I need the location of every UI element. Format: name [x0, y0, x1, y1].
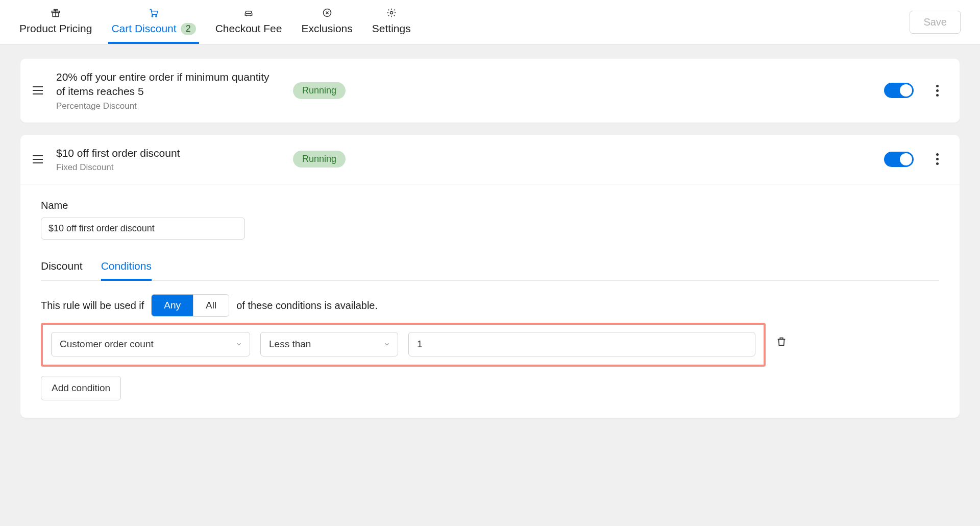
- tab-cart-discount[interactable]: Cart Discount 2: [111, 0, 195, 44]
- rule-header: 20% off your entire order if minimum qua…: [20, 59, 960, 123]
- match-mode-group: Any All: [151, 294, 229, 317]
- rule-toggle[interactable]: [884, 152, 914, 167]
- chevron-down-icon: [235, 341, 242, 348]
- sentence-pre: This rule will be used if: [41, 300, 144, 312]
- match-all-button[interactable]: All: [193, 295, 229, 316]
- tab-label: Exclusions: [301, 22, 352, 35]
- main-tabs: Product Pricing Cart Discount 2 Checkout…: [19, 0, 411, 44]
- rule-editor: Name Discount Conditions This rule will …: [20, 184, 960, 418]
- name-field[interactable]: [41, 218, 245, 240]
- tab-product-pricing[interactable]: Product Pricing: [19, 0, 92, 44]
- condition-highlight: Customer order count Less than: [41, 323, 766, 367]
- rule-subtitle: Fixed Discount: [56, 162, 281, 173]
- rule-menu-button[interactable]: [930, 150, 944, 168]
- condition-field-select[interactable]: Customer order count: [51, 332, 250, 356]
- chevron-down-icon: [383, 341, 390, 348]
- tab-badge: 2: [181, 23, 196, 35]
- tab-checkout-fee[interactable]: Checkout Fee: [215, 0, 282, 44]
- tab-settings[interactable]: Settings: [372, 0, 411, 44]
- rule-title: $10 off first order discount: [56, 146, 281, 160]
- gear-icon: [386, 7, 397, 18]
- rule-header: $10 off first order discount Fixed Disco…: [20, 135, 960, 184]
- cart-icon: [148, 7, 159, 18]
- drag-handle-icon[interactable]: [32, 154, 44, 164]
- delete-condition-button[interactable]: [776, 336, 787, 347]
- rule-card: $10 off first order discount Fixed Disco…: [20, 135, 960, 418]
- subtab-discount[interactable]: Discount: [41, 260, 83, 280]
- subtab-conditions[interactable]: Conditions: [101, 260, 152, 280]
- select-value: Customer order count: [60, 339, 154, 349]
- condition-row: Customer order count Less than: [51, 332, 755, 356]
- rule-subtitle: Percentage Discount: [56, 101, 281, 111]
- svg-point-2: [152, 15, 153, 16]
- gift-icon: [50, 7, 61, 18]
- drag-handle-icon[interactable]: [32, 85, 44, 95]
- tab-label: Checkout Fee: [215, 22, 282, 35]
- status-badge: Running: [293, 82, 346, 99]
- rule-card: 20% off your entire order if minimum qua…: [20, 59, 960, 123]
- condition-value-input[interactable]: [408, 332, 755, 356]
- match-any-button[interactable]: Any: [152, 295, 193, 316]
- svg-point-3: [156, 15, 157, 16]
- name-label: Name: [41, 200, 939, 211]
- rule-title: 20% off your entire order if minimum qua…: [56, 70, 281, 99]
- tab-label: Product Pricing: [19, 22, 92, 35]
- circle-x-icon: [322, 7, 333, 18]
- tab-label: Cart Discount: [111, 22, 176, 35]
- save-button[interactable]: Save: [910, 11, 961, 34]
- condition-operator-select[interactable]: Less than: [260, 332, 398, 356]
- editor-subtabs: Discount Conditions: [41, 260, 939, 281]
- tab-label: Settings: [372, 22, 411, 35]
- svg-point-5: [390, 12, 393, 14]
- select-value: Less than: [269, 339, 311, 349]
- add-condition-button[interactable]: Add condition: [41, 376, 121, 400]
- content-area: 20% off your entire order if minimum qua…: [0, 44, 980, 444]
- rule-menu-button[interactable]: [930, 82, 944, 100]
- status-badge: Running: [293, 151, 346, 168]
- top-tab-bar: Product Pricing Cart Discount 2 Checkout…: [0, 0, 980, 44]
- sentence-post: of these conditions is available.: [236, 300, 378, 312]
- car-icon: [243, 7, 254, 18]
- condition-match-sentence: This rule will be used if Any All of the…: [41, 294, 939, 317]
- tab-exclusions[interactable]: Exclusions: [301, 0, 352, 44]
- rule-toggle[interactable]: [884, 83, 914, 98]
